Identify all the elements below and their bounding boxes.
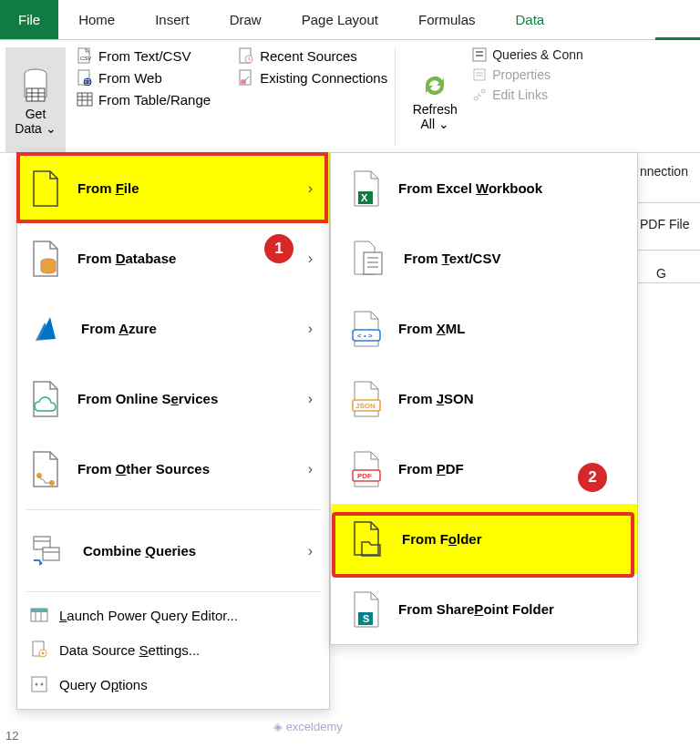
tab-formulas[interactable]: Formulas xyxy=(398,0,496,39)
properties-button: Properties xyxy=(472,67,583,82)
ribbon-tabs: File Home Insert Draw Page Layout Formul… xyxy=(0,0,700,40)
excel-file-icon: X xyxy=(351,169,382,208)
pq-editor-icon xyxy=(30,606,48,624)
tab-home[interactable]: Home xyxy=(58,0,135,39)
database-file-icon xyxy=(30,240,61,278)
svg-rect-21 xyxy=(476,55,483,56)
edit-links-button: Edit Links xyxy=(472,87,583,102)
table-icon xyxy=(77,91,93,108)
properties-icon xyxy=(472,67,487,82)
chevron-right-icon: › xyxy=(308,180,313,197)
submenu-from-sharepoint-folder[interactable]: S From SharePoint Folder xyxy=(331,574,637,644)
refresh-all-button[interactable]: Refresh All ⌄ xyxy=(403,47,467,152)
dropdown-caret-icon: ⌄ xyxy=(46,121,57,136)
chevron-right-icon: › xyxy=(308,461,313,477)
from-web-button[interactable]: From Web xyxy=(77,69,211,86)
menu-from-online-services[interactable]: From Online Services › xyxy=(17,364,329,434)
svg-text:JSON: JSON xyxy=(355,402,376,410)
file-csv-icon: CSV xyxy=(77,47,93,64)
cloud-file-icon xyxy=(30,380,61,418)
options-icon xyxy=(30,675,48,693)
edit-links-icon xyxy=(472,87,487,102)
queries-connections-button[interactable]: Queries & Conn xyxy=(472,47,583,62)
grid-line xyxy=(638,282,700,283)
xml-file-icon: < • > xyxy=(351,310,382,348)
json-file-icon: JSON xyxy=(351,380,382,418)
svg-text:PDF: PDF xyxy=(357,472,372,480)
tab-data[interactable]: Data xyxy=(495,0,564,39)
from-table-range-button[interactable]: From Table/Range xyxy=(77,91,211,108)
pdf-file-icon: PDF xyxy=(351,450,382,488)
menu-combine-queries[interactable]: Combine Queries › xyxy=(17,516,329,586)
grid-line xyxy=(638,202,700,203)
other-sources-icon xyxy=(30,450,61,488)
menu-from-file[interactable]: From File › xyxy=(17,153,329,223)
tab-page-layout[interactable]: Page Layout xyxy=(282,0,398,39)
svg-point-42 xyxy=(36,683,38,686)
svg-rect-22 xyxy=(474,69,485,80)
svg-point-43 xyxy=(41,683,44,686)
queries-icon xyxy=(472,47,487,62)
combine-queries-icon xyxy=(30,533,67,569)
submenu-from-xml[interactable]: < • > From XML xyxy=(331,293,637,364)
svg-rect-41 xyxy=(32,677,46,692)
svg-text:< • >: < • > xyxy=(357,332,373,340)
text-fragment: nnection xyxy=(640,164,688,179)
folder-file-icon xyxy=(351,520,386,558)
chevron-right-icon: › xyxy=(308,321,313,337)
submenu-from-json[interactable]: JSON From JSON xyxy=(331,364,637,434)
azure-icon xyxy=(30,312,65,346)
chevron-right-icon: › xyxy=(308,543,313,559)
chevron-right-icon: › xyxy=(308,251,313,267)
svg-rect-46 xyxy=(364,252,382,274)
refresh-icon xyxy=(418,69,451,102)
text-csv-file-icon xyxy=(351,240,387,278)
svg-point-25 xyxy=(474,97,478,100)
from-file-submenu: X From Excel Workbook From Text/CSV < • … xyxy=(330,152,638,645)
svg-point-26 xyxy=(481,89,485,93)
column-g-header[interactable]: G xyxy=(656,266,666,281)
from-text-csv-button[interactable]: CSV From Text/CSV xyxy=(77,47,211,64)
callout-badge-1: 1 xyxy=(264,234,293,263)
svg-point-40 xyxy=(42,652,45,655)
svg-text:CSV: CSV xyxy=(80,56,91,61)
clock-file-icon xyxy=(238,47,254,64)
query-options[interactable]: Query Options xyxy=(17,667,329,702)
data-source-settings[interactable]: Data Source Settings... xyxy=(17,632,329,667)
svg-rect-35 xyxy=(31,609,47,612)
svg-rect-31 xyxy=(43,548,59,560)
menu-from-other-sources[interactable]: From Other Sources › xyxy=(17,434,329,504)
existing-connections-button[interactable]: Existing Connections xyxy=(238,69,387,86)
ribbon-data-content: Get Data ⌄ CSV From Text/CSV From Web Fr… xyxy=(0,40,700,153)
file-icon xyxy=(30,169,61,208)
settings-file-icon xyxy=(30,640,48,659)
database-icon xyxy=(20,68,51,105)
existing-conn-icon xyxy=(238,69,254,86)
text-fragment: PDF File xyxy=(640,217,689,231)
grid-line xyxy=(638,250,700,251)
globe-icon xyxy=(77,69,93,86)
tab-file[interactable]: File xyxy=(0,0,58,39)
row-number: 12 xyxy=(5,729,18,743)
svg-text:S: S xyxy=(363,613,369,624)
svg-rect-20 xyxy=(476,51,483,53)
callout-badge-2: 2 xyxy=(578,463,607,492)
recent-sources-button[interactable]: Recent Sources xyxy=(238,47,387,64)
chevron-right-icon: › xyxy=(308,391,313,407)
svg-text:X: X xyxy=(361,192,368,203)
watermark: ◈ exceldemy xyxy=(273,720,343,733)
tab-draw[interactable]: Draw xyxy=(210,0,282,39)
sharepoint-file-icon: S xyxy=(351,590,382,629)
submenu-from-text-csv[interactable]: From Text/CSV xyxy=(331,223,637,293)
submenu-from-excel-workbook[interactable]: X From Excel Workbook xyxy=(331,153,637,223)
tab-insert[interactable]: Insert xyxy=(135,0,210,39)
svg-rect-10 xyxy=(77,93,92,106)
launch-power-query[interactable]: Launch Power Query Editor... xyxy=(17,598,329,632)
get-data-button[interactable]: Get Data ⌄ xyxy=(5,47,66,152)
submenu-from-folder[interactable]: From Folder xyxy=(331,504,637,574)
svg-rect-1 xyxy=(26,88,45,101)
menu-from-azure[interactable]: From Azure › xyxy=(17,293,329,364)
